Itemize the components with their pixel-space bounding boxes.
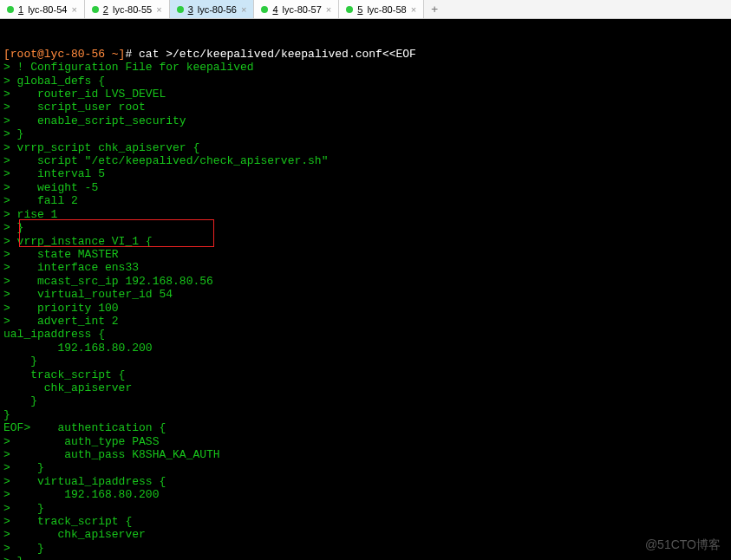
status-dot (177, 6, 184, 13)
terminal-line: > } (3, 542, 728, 555)
terminal-line: > } (3, 555, 728, 560)
terminal-line: > fall 2 (3, 194, 728, 207)
terminal-line: > } (3, 502, 728, 515)
terminal-line: > global_defs { (3, 75, 728, 88)
terminal-line: > virtual_router_id 54 (3, 288, 728, 301)
terminal-line: > } (3, 461, 728, 474)
terminal-line: > script_user root (3, 101, 728, 114)
tab-index: 4 (272, 4, 277, 15)
close-icon[interactable]: × (241, 4, 246, 15)
terminal[interactable]: [root@lyc-80-56 ~]# cat >/etc/keepalived… (0, 19, 731, 560)
terminal-line: > priority 100 (3, 302, 728, 315)
terminal-line: > auth_pass K8SHA_KA_AUTH (3, 448, 728, 461)
tab-label: lyc-80-56 (198, 4, 237, 15)
terminal-line: > state MASTER (3, 248, 728, 261)
terminal-line: > rise 1 (3, 208, 728, 221)
tab-label: lyc-80-58 (367, 4, 406, 15)
tab-bar: 1lyc-80-54×2lyc-80-55×3lyc-80-56×4lyc-80… (0, 0, 731, 19)
status-dot (261, 6, 268, 13)
terminal-line: > mcast_src_ip 192.168.80.56 (3, 275, 728, 288)
status-dot (7, 6, 14, 13)
tab-index: 1 (18, 4, 23, 15)
terminal-line: > router_id LVS_DEVEL (3, 88, 728, 101)
prompt-line: [root@lyc-80-56 ~]# cat >/etc/keepalived… (3, 48, 728, 61)
tab-index: 2 (103, 4, 108, 15)
terminal-line: track_script { (3, 368, 728, 381)
close-icon[interactable]: × (156, 4, 161, 15)
terminal-line: > virtual_ipaddress { (3, 475, 728, 488)
add-tab-button[interactable]: + (424, 0, 445, 18)
terminal-line: } (3, 394, 728, 407)
terminal-line: > track_script { (3, 515, 728, 528)
terminal-line: > chk_apiserver (3, 528, 728, 541)
tab-index: 5 (357, 4, 362, 15)
tab-lyc-80-55[interactable]: 2lyc-80-55× (85, 0, 170, 18)
close-icon[interactable]: × (411, 4, 416, 15)
command-text: cat >/etc/keepalived/keepalived.conf<<EO… (132, 48, 416, 61)
tab-label: lyc-80-57 (283, 4, 322, 15)
terminal-line: > vrrp_script chk_apiserver { (3, 141, 728, 154)
tab-index: 3 (188, 4, 193, 15)
terminal-line: chk_apiserver (3, 381, 728, 394)
terminal-line: > } (3, 221, 728, 234)
terminal-line: > script "/etc/keepalived/check_apiserve… (3, 154, 728, 167)
close-icon[interactable]: × (326, 4, 331, 15)
terminal-line: > weight -5 (3, 181, 728, 194)
terminal-line: > enable_script_security (3, 114, 728, 127)
tab-lyc-80-56[interactable]: 3lyc-80-56× (170, 0, 255, 18)
tab-lyc-80-58[interactable]: 5lyc-80-58× (339, 0, 424, 18)
terminal-line: 192.168.80.200 (3, 342, 728, 355)
terminal-line: > interface ens33 (3, 261, 728, 274)
terminal-line: } (3, 408, 728, 421)
close-icon[interactable]: × (71, 4, 76, 15)
terminal-line: > vrrp_instance VI_1 { (3, 235, 728, 248)
terminal-line: > ! Configuration File for keepalived (3, 61, 728, 74)
terminal-line: > 192.168.80.200 (3, 488, 728, 501)
tab-lyc-80-54[interactable]: 1lyc-80-54× (0, 0, 85, 18)
watermark: @51CTO博客 (645, 538, 721, 551)
status-dot (346, 6, 353, 13)
terminal-line: ual_ipaddress { (3, 328, 728, 341)
terminal-line: > interval 5 (3, 167, 728, 180)
tab-label: lyc-80-55 (113, 4, 152, 15)
terminal-line: > } (3, 127, 728, 140)
tab-label: lyc-80-54 (28, 4, 67, 15)
status-dot (92, 6, 99, 13)
terminal-line: EOF> authentication { (3, 421, 728, 434)
tab-lyc-80-57[interactable]: 4lyc-80-57× (254, 0, 339, 18)
prompt-userhost: [root@lyc-80-56 ~] (3, 48, 125, 61)
terminal-line: > advert_int 2 (3, 315, 728, 328)
terminal-line: } (3, 355, 728, 368)
terminal-line: > auth_type PASS (3, 435, 728, 448)
